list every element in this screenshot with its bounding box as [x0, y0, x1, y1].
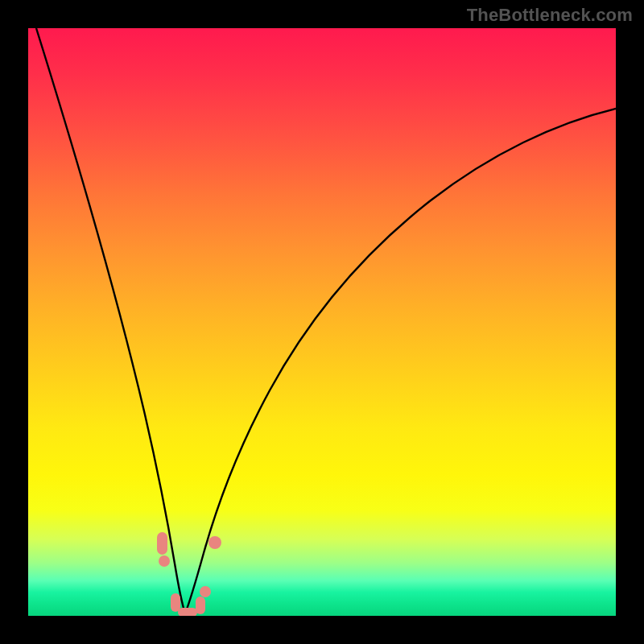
marker-pill	[196, 597, 205, 614]
right-curve	[185, 109, 616, 613]
marker-dot	[200, 586, 211, 597]
marker-dot	[159, 555, 170, 567]
left-curve	[36, 28, 185, 613]
marker-pill	[171, 593, 180, 612]
watermark-text: TheBottleneck.com	[467, 5, 633, 26]
marker-dot	[208, 536, 221, 549]
marker-pill	[178, 608, 197, 616]
plot-area	[28, 28, 616, 616]
curve-layer	[28, 28, 616, 616]
chart-frame: TheBottleneck.com	[0, 0, 644, 644]
marker-pill	[157, 532, 167, 555]
